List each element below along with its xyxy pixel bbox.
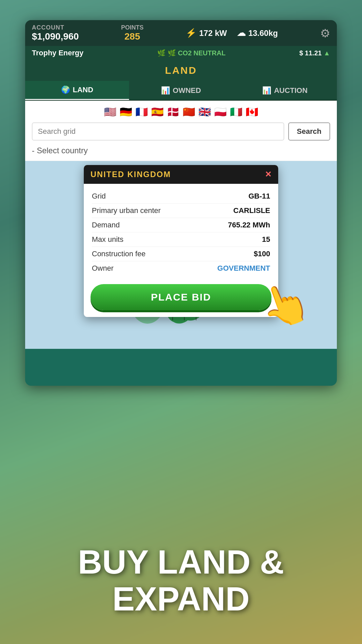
owner-value: GOVERNMENT <box>217 264 270 273</box>
account-value: $1,090,960 <box>32 31 79 42</box>
sub-bar: Trophy Energy 🌿 🌿 CO2 NEUTRAL $ 11.21 ▲ <box>25 46 337 60</box>
power-stat: ⚡ 172 kW <box>186 28 227 38</box>
max-units-value: 15 <box>262 235 270 244</box>
popup-close-button[interactable]: ✕ <box>265 170 272 179</box>
popup-row-demand: Demand 765.22 MWh <box>92 218 270 232</box>
search-button[interactable]: Search <box>288 122 330 141</box>
flag-row: 🇺🇸 🇩🇪 🇫🇷 🇪🇸 🇩🇰 🇨🇳 🇬🇧 🇵🇱 🇮🇹 🇨🇦 <box>32 106 330 118</box>
company-name: Trophy Energy <box>32 49 83 57</box>
co2-stat: ☁ 13.60kg <box>237 28 278 38</box>
price-arrow-icon: ▲ <box>323 49 330 57</box>
lightning-icon: ⚡ <box>186 28 196 38</box>
auction-tab-icon: 📊 <box>262 86 271 95</box>
points-section: POINTS 285 <box>121 24 143 42</box>
urban-label: Primary urban center <box>92 206 161 215</box>
popup-row-max-units: Max units 15 <box>92 232 270 247</box>
app-container: ACCOUNT $1,090,960 POINTS 285 ⚡ 172 kW ☁… <box>25 20 337 386</box>
flag-gb[interactable]: 🇬🇧 <box>198 106 211 118</box>
account-label: ACCOUNT <box>32 24 64 31</box>
flag-us[interactable]: 🇺🇸 <box>104 106 116 118</box>
flag-pl[interactable]: 🇵🇱 <box>214 106 227 118</box>
co2-value: 13.60kg <box>248 29 278 38</box>
owned-tab-label: OWNED <box>173 86 201 95</box>
popup-header: UNITED KINGDOM ✕ <box>84 165 278 184</box>
popup-row-owner: Owner GOVERNMENT <box>92 261 270 275</box>
grid-value: GB-11 <box>248 192 270 201</box>
co2-label: 🌿 CO2 NEUTRAL <box>168 49 226 57</box>
place-bid-button[interactable]: PLACE BID <box>90 284 272 310</box>
flag-de[interactable]: 🇩🇪 <box>120 106 132 118</box>
tab-land[interactable]: 🌍 LAND <box>25 81 129 100</box>
power-value: 172 kW <box>199 29 227 38</box>
popup-row-construction: Construction fee $100 <box>92 247 270 261</box>
land-tab-icon: 🌍 <box>61 86 70 94</box>
stats-center: ⚡ 172 kW ☁ 13.60kg <box>186 28 278 38</box>
search-row: Search <box>32 122 330 141</box>
select-country-dropdown[interactable]: - Select country <box>25 141 337 161</box>
owner-label: Owner <box>92 264 114 273</box>
cloud-icon: ☁ <box>237 28 246 38</box>
co2-badge: 🌿 🌿 CO2 NEUTRAL <box>157 49 226 57</box>
max-units-label: Max units <box>92 235 123 244</box>
leaf-icon: 🌿 <box>157 49 166 57</box>
popup-card: UNITED KINGDOM ✕ Grid GB-11 Primary urba… <box>84 165 278 317</box>
grid-label: Grid <box>92 192 106 201</box>
top-bar: ACCOUNT $1,090,960 POINTS 285 ⚡ 172 kW ☁… <box>25 20 337 46</box>
flag-es[interactable]: 🇪🇸 <box>151 106 164 118</box>
map-area: UNITED KINGDOM ✕ Grid GB-11 Primary urba… <box>25 161 337 349</box>
panel-title: LAND <box>25 60 337 81</box>
account-section: ACCOUNT $1,090,960 <box>32 24 79 42</box>
construction-value: $100 <box>254 250 270 258</box>
search-area: 🇺🇸 🇩🇪 🇫🇷 🇪🇸 🇩🇰 🇨🇳 🇬🇧 🇵🇱 🇮🇹 🇨🇦 Search <box>25 101 337 141</box>
construction-label: Construction fee <box>92 250 145 258</box>
popup-row-grid: Grid GB-11 <box>92 189 270 204</box>
bottom-text: BUY LAND & EXPAND <box>0 543 362 617</box>
settings-button[interactable]: ⚙ <box>320 26 330 40</box>
points-label: POINTS <box>121 24 143 31</box>
popup-row-urban: Primary urban center CARLISLE <box>92 204 270 218</box>
flag-dk[interactable]: 🇩🇰 <box>167 106 179 118</box>
urban-value: CARLISLE <box>233 206 270 215</box>
popup-title: UNITED KINGDOM <box>90 170 171 179</box>
popup-body: Grid GB-11 Primary urban center CARLISLE… <box>84 184 278 281</box>
land-tab-label: LAND <box>73 86 93 94</box>
points-value: 285 <box>124 31 140 42</box>
tab-owned[interactable]: 📊 OWNED <box>129 81 233 100</box>
search-input[interactable] <box>32 122 284 141</box>
demand-label: Demand <box>92 221 120 229</box>
flag-it[interactable]: 🇮🇹 <box>230 106 242 118</box>
flag-ca[interactable]: 🇨🇦 <box>246 106 258 118</box>
price-value: $ 11.21 <box>299 49 322 57</box>
flag-cn[interactable]: 🇨🇳 <box>183 106 195 118</box>
headline-line1: BUY LAND & <box>0 543 362 580</box>
demand-value: 765.22 MWh <box>228 221 270 229</box>
headline-line2: EXPAND <box>0 580 362 617</box>
owned-tab-icon: 📊 <box>161 86 170 95</box>
auction-tab-label: AUCTION <box>274 86 307 95</box>
price-display: $ 11.21 ▲ <box>299 49 330 57</box>
tab-auction[interactable]: 📊 AUCTION <box>233 81 337 100</box>
tabs-container: 🌍 LAND 📊 OWNED 📊 AUCTION <box>25 81 337 101</box>
flag-fr[interactable]: 🇫🇷 <box>135 106 148 118</box>
